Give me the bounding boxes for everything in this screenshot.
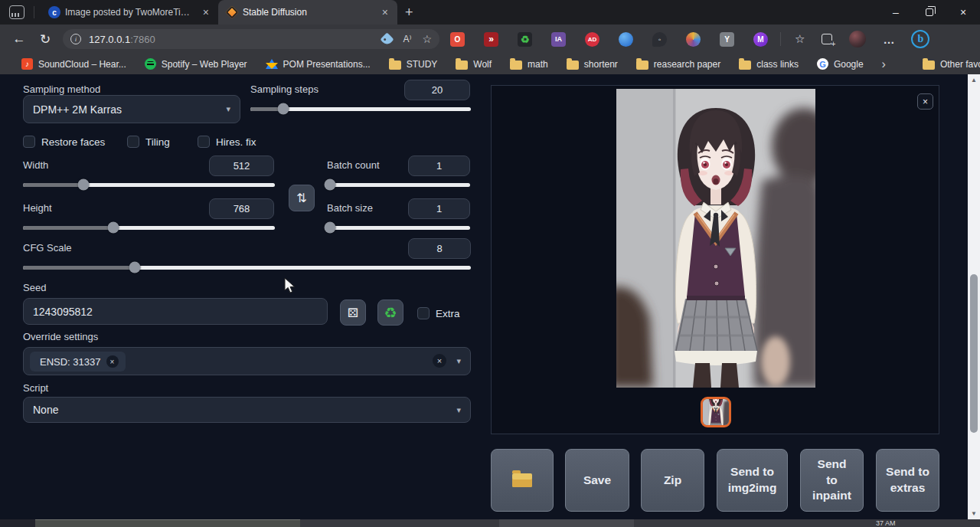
restore-button[interactable] <box>913 0 946 25</box>
sampling-steps-slider[interactable] <box>250 103 471 115</box>
override-settings-multiselect[interactable]: ENSD: 31337 × × ▾ <box>23 347 471 375</box>
drive-icon <box>266 59 278 69</box>
gallery-thumbnail-selected[interactable] <box>701 397 731 427</box>
batch-count-slider[interactable] <box>327 179 470 191</box>
script-dropdown[interactable]: None ▾ <box>23 397 471 423</box>
batch-size-slider[interactable] <box>327 222 470 234</box>
restore-faces-checkbox[interactable]: Restore faces <box>23 136 105 148</box>
slider-knob[interactable] <box>278 103 289 115</box>
slider-knob[interactable] <box>108 222 119 234</box>
extension-ad-icon[interactable]: AD <box>585 32 599 47</box>
seed-input[interactable] <box>23 298 328 325</box>
extension-pin-icon[interactable]: ◦ <box>652 32 667 47</box>
bookmark-soundcloud[interactable]: ♪SoundCloud – Hear... <box>21 58 126 70</box>
bookmark-spotify[interactable]: Spotify – Web Player <box>145 58 247 70</box>
new-tab-button[interactable]: + <box>397 5 421 21</box>
favorites-hub-icon[interactable]: ☆ <box>795 32 805 46</box>
back-button[interactable]: ← <box>6 31 32 47</box>
random-seed-dice-button[interactable]: ⚄ <box>340 300 366 326</box>
profile-avatar[interactable] <box>849 31 866 47</box>
bookmark-folder-math[interactable]: math <box>510 59 548 70</box>
extension-forward-icon[interactable]: » <box>484 32 498 47</box>
extension-ia-icon[interactable]: IA <box>551 32 566 47</box>
restore-icon <box>926 8 933 16</box>
refresh-button[interactable]: ↻ <box>32 31 58 47</box>
extension-globe-icon[interactable] <box>686 32 701 47</box>
width-slider[interactable] <box>23 179 275 191</box>
bookmarks-overflow-chevron[interactable]: › <box>882 57 886 71</box>
slider-knob[interactable] <box>324 222 335 234</box>
tab-actions-icon[interactable] <box>9 5 24 19</box>
tab-image-posted[interactable]: c Image posted by TwoMoreTimes × <box>41 0 218 25</box>
shopping-tag-icon[interactable] <box>381 32 394 46</box>
height-input[interactable] <box>209 198 274 219</box>
zip-button[interactable]: Zip <box>641 449 704 512</box>
checkbox-icon[interactable] <box>198 136 210 148</box>
collections-icon[interactable] <box>822 34 832 44</box>
swap-dimensions-button[interactable]: ⇅ <box>289 185 315 211</box>
clear-all-icon[interactable]: × <box>433 354 446 368</box>
checkbox-icon[interactable] <box>23 136 35 148</box>
override-chip-ensd[interactable]: ENSD: 31337 × <box>30 352 126 372</box>
send-to-inpaint-button[interactable]: Send to inpaint <box>800 449 864 512</box>
checkbox-icon[interactable] <box>417 307 430 319</box>
open-folder-button[interactable] <box>491 449 554 512</box>
site-info-icon[interactable]: i <box>70 34 81 44</box>
extension-recycle-icon[interactable]: ♻ <box>518 32 532 47</box>
add-favorite-icon[interactable]: ☆ <box>422 33 432 45</box>
tab-stable-diffusion[interactable]: Stable Diffusion × <box>218 0 397 25</box>
extra-seed-checkbox[interactable]: Extra <box>417 307 460 319</box>
bookmark-folder-research[interactable]: reasearch paper <box>636 59 720 70</box>
cfg-scale-input[interactable] <box>408 238 471 259</box>
reuse-seed-recycle-button[interactable]: ♻ <box>377 300 403 326</box>
sampling-method-dropdown[interactable]: DPM++ 2M Karras ▾ <box>23 95 240 123</box>
window-controls: – × <box>879 0 980 25</box>
extension-m-icon[interactable]: M <box>753 32 768 47</box>
send-to-img2img-button[interactable]: Send to img2img <box>717 449 788 512</box>
width-input[interactable] <box>209 155 274 176</box>
chevron-down-icon[interactable]: ▾ <box>456 356 461 366</box>
bookmark-folder-shortenr[interactable]: shortenr <box>567 59 618 70</box>
send-to-extras-button[interactable]: Send to extras <box>876 449 939 512</box>
bing-chat-icon[interactable]: b <box>911 30 929 48</box>
hires-fix-checkbox[interactable]: Hires. fix <box>198 136 256 148</box>
address-bar[interactable]: i 127.0.0.1:7860 A⁾ ☆ <box>63 29 439 49</box>
bookmark-folder-wolf[interactable]: Wolf <box>456 59 492 70</box>
bookmark-folder-study[interactable]: STUDY <box>389 59 438 70</box>
scrollbar-thumb[interactable] <box>970 274 978 433</box>
slider-knob[interactable] <box>324 179 335 191</box>
page-scrollbar[interactable]: ▲ ▼ <box>968 74 980 519</box>
batch-count-input[interactable] <box>408 155 470 176</box>
batch-size-input[interactable] <box>408 198 470 219</box>
chip-remove-icon[interactable]: × <box>106 355 119 368</box>
bookmark-other-favorites[interactable]: Other favorites <box>923 59 980 70</box>
extension-y-icon[interactable]: Y <box>720 32 734 47</box>
height-slider[interactable] <box>23 222 275 234</box>
slider-knob[interactable] <box>77 179 89 191</box>
scroll-down-icon[interactable]: ▼ <box>968 508 980 519</box>
save-button[interactable]: Save <box>565 449 629 512</box>
bookmark-google[interactable]: GGoogle <box>817 58 864 70</box>
cfg-scale-slider[interactable] <box>23 262 471 273</box>
batch-size-label: Batch size <box>327 202 373 214</box>
gallery-close-button[interactable]: × <box>917 93 933 110</box>
bookmark-label: STUDY <box>407 59 438 70</box>
extension-o-icon[interactable]: O <box>450 32 465 47</box>
close-window-button[interactable]: × <box>946 0 980 25</box>
minimize-button[interactable]: – <box>879 0 913 25</box>
read-aloud-icon[interactable]: A⁾ <box>403 34 411 44</box>
bookmark-pom[interactable]: POM Presentations... <box>266 59 371 70</box>
bookmark-folder-classlinks[interactable]: class links <box>739 59 799 70</box>
extension-shazam-icon[interactable] <box>619 32 633 47</box>
tiling-checkbox[interactable]: Tiling <box>127 136 170 148</box>
sampling-steps-input[interactable] <box>404 80 470 100</box>
generated-image[interactable] <box>616 89 815 388</box>
tab2-close-icon[interactable]: × <box>379 6 391 18</box>
url-text[interactable]: 127.0.0.1:7860 <box>89 34 382 45</box>
slider-knob[interactable] <box>129 262 141 273</box>
tab1-close-icon[interactable]: × <box>200 6 212 18</box>
more-menu-icon[interactable]: … <box>883 33 894 46</box>
checkbox-icon[interactable] <box>127 136 139 148</box>
scroll-up-icon[interactable]: ▲ <box>968 74 980 86</box>
height-label: Height <box>23 202 52 214</box>
